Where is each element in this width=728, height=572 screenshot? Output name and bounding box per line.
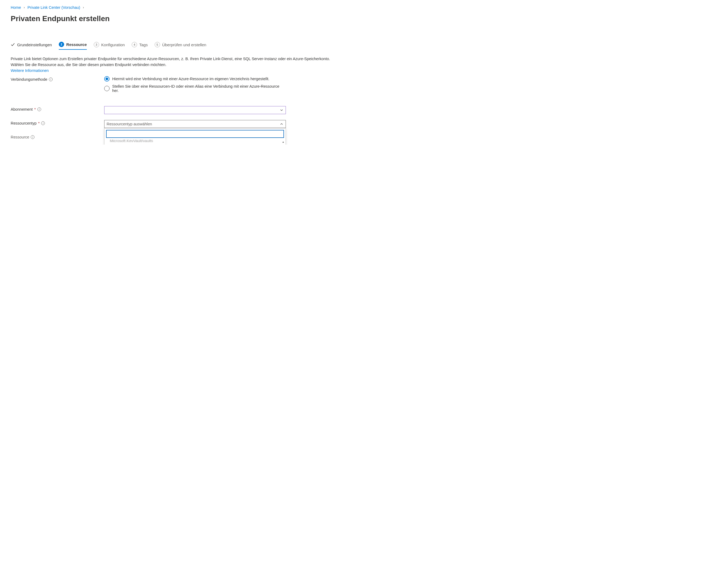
info-icon[interactable]: i	[41, 121, 45, 125]
tab-review[interactable]: 5 Überprüfen und erstellen	[155, 42, 206, 50]
radio-label: Hiermit wird eine Verbindung mit einer A…	[112, 77, 269, 81]
chevron-right-icon: ›	[24, 6, 25, 9]
select-placeholder: Ressourcentyp auswählen	[106, 122, 152, 126]
radio-icon	[104, 76, 109, 81]
resource-type-dropdown: Microsoft.KeyVault/vaults Microsoft.Mach…	[104, 128, 286, 145]
resource-type-select[interactable]: Ressourcentyp auswählen	[104, 120, 286, 128]
info-icon[interactable]: i	[31, 135, 34, 139]
checkmark-icon	[11, 43, 15, 47]
intro-text: Private Link bietet Optionen zum Erstell…	[11, 56, 331, 73]
connection-method-radios: Hiermit wird eine Verbindung mit einer A…	[104, 76, 286, 93]
scrollbar[interactable]: ▲ ▼	[281, 140, 286, 145]
list-item[interactable]: Microsoft.KeyVault/vaults	[104, 140, 286, 142]
tab-label: Grundeinstellungen	[17, 43, 52, 47]
tab-basics[interactable]: Grundeinstellungen	[11, 43, 52, 49]
tab-label: Ressource	[66, 42, 87, 47]
info-icon[interactable]: i	[49, 77, 53, 81]
info-icon[interactable]: i	[37, 108, 41, 111]
dropdown-search-input[interactable]	[106, 130, 284, 138]
step-number: 4	[132, 42, 137, 47]
tab-tags[interactable]: 4 Tags	[132, 42, 148, 50]
step-number: 2	[59, 42, 64, 47]
breadcrumb-home[interactable]: Home	[11, 5, 21, 10]
tab-resource[interactable]: 2 Ressource	[59, 42, 87, 50]
radio-by-resource-id[interactable]: Stellen Sie über eine Ressourcen-ID oder…	[104, 84, 286, 93]
chevron-down-icon	[280, 108, 284, 112]
learn-more-link[interactable]: Weitere Informationen	[11, 68, 49, 73]
label-connection-method: Verbindungsmethode i	[11, 76, 104, 81]
dropdown-list[interactable]: Microsoft.KeyVault/vaults Microsoft.Mach…	[104, 140, 286, 145]
breadcrumb: Home › Private Link Center (Vorschau) ›	[11, 5, 717, 10]
breadcrumb-private-link-center[interactable]: Private Link Center (Vorschau)	[27, 5, 80, 10]
label-resource-type: Ressourcentyp * i	[11, 120, 104, 125]
tab-label: Konfiguration	[101, 43, 125, 47]
step-number: 5	[155, 42, 160, 47]
step-number: 3	[94, 42, 99, 47]
label-resource: Ressource i	[11, 134, 104, 139]
tab-configuration[interactable]: 3 Konfiguration	[94, 42, 125, 50]
chevron-up-icon	[280, 122, 284, 126]
tab-label: Tags	[139, 43, 148, 47]
wizard-tabs: Grundeinstellungen 2 Ressource 3 Konfigu…	[11, 42, 717, 50]
tab-label: Überprüfen und erstellen	[162, 43, 206, 47]
chevron-right-icon: ›	[83, 6, 84, 9]
radio-label: Stellen Sie über eine Ressourcen-ID oder…	[112, 84, 286, 93]
scroll-up-icon[interactable]: ▲	[281, 140, 286, 144]
list-item[interactable]: Microsoft.MachineLearningServices/worksp…	[104, 142, 286, 145]
subscription-select[interactable]	[104, 106, 286, 114]
page-title: Privaten Endpunkt erstellen	[11, 14, 717, 23]
radio-icon	[104, 86, 109, 91]
label-subscription: Abonnement * i	[11, 106, 104, 112]
radio-own-directory[interactable]: Hiermit wird eine Verbindung mit einer A…	[104, 76, 286, 81]
